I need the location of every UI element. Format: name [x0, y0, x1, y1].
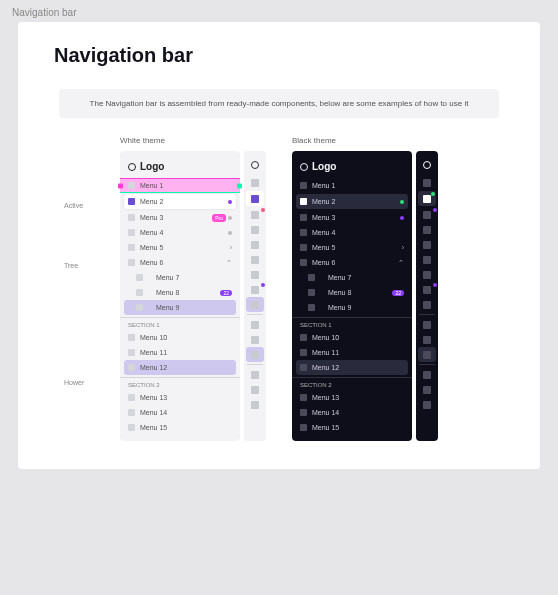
- nav-item-menu-12[interactable]: Menu 12: [296, 360, 408, 375]
- nav-item-menu-9[interactable]: Menu 9: [292, 300, 412, 315]
- mini-item[interactable]: [244, 332, 266, 347]
- mini-item[interactable]: [416, 397, 438, 412]
- mini-item-hover[interactable]: [246, 347, 264, 362]
- mini-item-active[interactable]: [418, 191, 436, 206]
- nav-item-menu-11[interactable]: Menu 11: [120, 345, 240, 360]
- mini-item[interactable]: [416, 297, 438, 312]
- nav-item-menu-4[interactable]: Menu 4: [292, 225, 412, 240]
- mini-item[interactable]: [416, 267, 438, 282]
- nav-item-menu-7[interactable]: Menu 7: [292, 270, 412, 285]
- mini-separator: [247, 364, 263, 365]
- menu-icon: [136, 304, 143, 311]
- menu-label: Menu 9: [320, 304, 404, 311]
- nav-item-menu-15[interactable]: Menu 15: [120, 420, 240, 435]
- nav-item-menu-13[interactable]: Menu 13: [120, 390, 240, 405]
- dot-icon: [228, 200, 232, 204]
- intro-text: The Navigation bar is assembled from rea…: [59, 89, 499, 118]
- menu-icon: [300, 424, 307, 431]
- nav-item-menu-14[interactable]: Menu 14: [120, 405, 240, 420]
- nav-item-menu-3[interactable]: Menu 3 Pro: [120, 210, 240, 225]
- mini-item[interactable]: [244, 267, 266, 282]
- mini-item[interactable]: [416, 222, 438, 237]
- menu-label: Menu 9: [148, 304, 232, 311]
- logo-mini[interactable]: [244, 157, 266, 175]
- mini-item-active[interactable]: [246, 191, 264, 206]
- menu-icon: [300, 334, 307, 341]
- mini-item[interactable]: [244, 397, 266, 412]
- mini-item[interactable]: [244, 382, 266, 397]
- logo-mini[interactable]: [416, 157, 438, 175]
- logo-icon: [128, 163, 136, 171]
- nav-item-menu-15[interactable]: Menu 15: [292, 420, 412, 435]
- mini-item[interactable]: [244, 222, 266, 237]
- logo-black[interactable]: Logo: [292, 157, 412, 178]
- menu-icon: [300, 198, 307, 205]
- nav-item-menu-13[interactable]: Menu 13: [292, 390, 412, 405]
- mini-item[interactable]: [416, 332, 438, 347]
- nav-item-menu-8[interactable]: Menu 8 22: [292, 285, 412, 300]
- mini-item[interactable]: [416, 175, 438, 190]
- menu-label: Menu 8: [148, 289, 215, 296]
- logo-white[interactable]: Logo: [120, 157, 240, 178]
- nav-item-menu-9[interactable]: Menu 9: [124, 300, 236, 315]
- mini-item[interactable]: [416, 207, 438, 222]
- menu-icon: [136, 289, 143, 296]
- nav-item-menu-7[interactable]: Menu 7: [120, 270, 240, 285]
- menu-icon: [128, 409, 135, 416]
- menu-label: Menu 3: [312, 214, 395, 221]
- mini-item[interactable]: [416, 282, 438, 297]
- black-nav-panel: Logo Menu 1 Menu 2 Menu 3: [292, 151, 412, 441]
- white-theme-label: White theme: [120, 136, 266, 145]
- nav-item-menu-6[interactable]: Menu 6 ⌃: [120, 255, 240, 270]
- mini-item[interactable]: [244, 207, 266, 222]
- nav-item-menu-6[interactable]: Menu 6 ⌃: [292, 255, 412, 270]
- menu-icon: [300, 394, 307, 401]
- menu-icon: [128, 244, 135, 251]
- anno-hower: Hower: [64, 379, 84, 386]
- nav-item-menu-2[interactable]: Menu 2: [124, 194, 236, 209]
- chevron-up-icon: ⌃: [398, 259, 404, 267]
- nav-item-menu-5[interactable]: Menu 5 ›: [120, 240, 240, 255]
- menu-label: Menu 1: [312, 182, 404, 189]
- count-badge: 22: [220, 290, 232, 296]
- mini-item-hover[interactable]: [418, 347, 436, 362]
- nav-item-menu-1[interactable]: Menu 1: [292, 178, 412, 193]
- mini-item[interactable]: [244, 252, 266, 267]
- page-title: Navigation bar: [54, 44, 193, 67]
- mini-item[interactable]: [416, 252, 438, 267]
- mini-item-hover[interactable]: [246, 297, 264, 312]
- mini-item[interactable]: [244, 317, 266, 332]
- mini-item[interactable]: [416, 367, 438, 382]
- mini-item[interactable]: [416, 237, 438, 252]
- menu-label: Menu 15: [140, 424, 232, 431]
- nav-item-menu-10[interactable]: Menu 10: [292, 330, 412, 345]
- menu-icon: [128, 424, 135, 431]
- menu-icon: [300, 229, 307, 236]
- menu-label: Menu 6: [312, 259, 393, 266]
- mini-item[interactable]: [416, 317, 438, 332]
- menu-icon: [300, 182, 307, 189]
- mini-item[interactable]: [244, 237, 266, 252]
- nav-item-menu-2[interactable]: Menu 2: [296, 194, 408, 209]
- mini-item[interactable]: [416, 382, 438, 397]
- nav-item-menu-3[interactable]: Menu 3: [292, 210, 412, 225]
- mini-item[interactable]: [244, 282, 266, 297]
- menu-icon: [300, 349, 307, 356]
- menu-label: Menu 15: [312, 424, 404, 431]
- nav-item-menu-14[interactable]: Menu 14: [292, 405, 412, 420]
- menu-label: Menu 11: [140, 349, 232, 356]
- nav-item-menu-10[interactable]: Menu 10: [120, 330, 240, 345]
- mini-item[interactable]: [244, 367, 266, 382]
- menu-icon: [300, 214, 307, 221]
- nav-item-menu-8[interactable]: Menu 8 22: [120, 285, 240, 300]
- mini-item[interactable]: [244, 175, 266, 190]
- nav-item-menu-11[interactable]: Menu 11: [292, 345, 412, 360]
- nav-item-menu-1[interactable]: Menu 1: [120, 178, 240, 193]
- menu-label: Menu 5: [312, 244, 397, 251]
- mini-separator: [419, 364, 435, 365]
- nav-item-menu-12[interactable]: Menu 12: [124, 360, 236, 375]
- count-badge: 22: [392, 290, 404, 296]
- nav-item-menu-5[interactable]: Menu 5 ›: [292, 240, 412, 255]
- nav-item-menu-4[interactable]: Menu 4: [120, 225, 240, 240]
- columns: Active Tree Hower White theme Logo Menu …: [120, 136, 438, 441]
